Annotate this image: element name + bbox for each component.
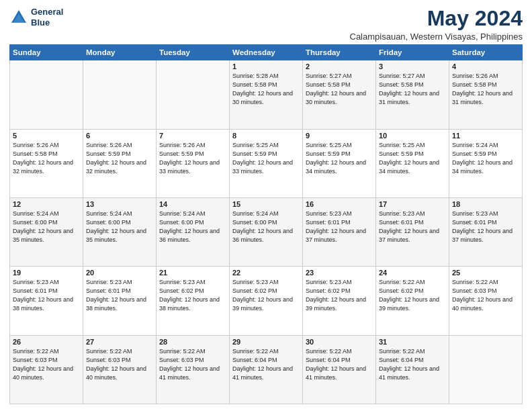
day-number: 25 — [452, 269, 519, 277]
calendar-week-row: 12Sunrise: 5:24 AM Sunset: 6:00 PM Dayli… — [10, 197, 523, 266]
calendar-week-row: 1Sunrise: 5:28 AM Sunset: 5:58 PM Daylig… — [10, 60, 523, 129]
col-saturday: Saturday — [449, 45, 523, 60]
day-number: 2 — [306, 62, 373, 71]
calendar-week-row: 26Sunrise: 5:22 AM Sunset: 6:03 PM Dayli… — [10, 335, 523, 404]
title-month: May 2024 — [350, 7, 523, 30]
table-row — [10, 60, 83, 129]
day-number: 14 — [159, 200, 226, 208]
table-row — [83, 60, 157, 129]
cell-info: Sunrise: 5:22 AM Sunset: 6:04 PM Dayligh… — [232, 347, 300, 382]
cell-info: Sunrise: 5:25 AM Sunset: 5:59 PM Dayligh… — [306, 141, 373, 176]
cell-info: Sunrise: 5:24 AM Sunset: 5:59 PM Dayligh… — [452, 141, 519, 176]
cell-info: Sunrise: 5:27 AM Sunset: 5:58 PM Dayligh… — [306, 72, 373, 107]
table-row: 23Sunrise: 5:23 AM Sunset: 6:02 PM Dayli… — [303, 267, 376, 335]
day-number: 9 — [306, 132, 373, 140]
day-number: 12 — [13, 200, 80, 208]
day-number: 17 — [379, 200, 446, 208]
day-number: 16 — [306, 200, 373, 208]
day-number: 3 — [379, 62, 446, 71]
day-number: 28 — [159, 338, 226, 346]
day-number: 30 — [306, 338, 373, 346]
day-number: 24 — [379, 269, 446, 277]
table-row: 21Sunrise: 5:23 AM Sunset: 6:02 PM Dayli… — [157, 267, 230, 335]
table-row: 29Sunrise: 5:22 AM Sunset: 6:04 PM Dayli… — [230, 335, 303, 404]
day-number: 27 — [86, 338, 153, 346]
calendar-header-row: Sunday Monday Tuesday Wednesday Thursday… — [10, 45, 523, 60]
table-row: 18Sunrise: 5:23 AM Sunset: 6:01 PM Dayli… — [449, 197, 523, 266]
calendar-week-row: 5Sunrise: 5:26 AM Sunset: 5:58 PM Daylig… — [10, 129, 523, 197]
day-number: 22 — [232, 269, 300, 277]
logo: General Blue — [9, 7, 63, 28]
table-row: 31Sunrise: 5:22 AM Sunset: 6:04 PM Dayli… — [376, 335, 449, 404]
col-sunday: Sunday — [10, 45, 83, 60]
table-row: 1Sunrise: 5:28 AM Sunset: 5:58 PM Daylig… — [230, 60, 303, 129]
day-number: 23 — [306, 269, 373, 277]
day-number: 5 — [13, 132, 80, 140]
table-row: 2Sunrise: 5:27 AM Sunset: 5:58 PM Daylig… — [303, 60, 376, 129]
cell-info: Sunrise: 5:22 AM Sunset: 6:04 PM Dayligh… — [379, 347, 446, 382]
cell-info: Sunrise: 5:22 AM Sunset: 6:03 PM Dayligh… — [159, 347, 226, 382]
table-row: 19Sunrise: 5:23 AM Sunset: 6:01 PM Dayli… — [10, 267, 83, 335]
table-row: 24Sunrise: 5:22 AM Sunset: 6:02 PM Dayli… — [376, 267, 449, 335]
table-row: 25Sunrise: 5:22 AM Sunset: 6:03 PM Dayli… — [449, 267, 523, 335]
col-thursday: Thursday — [303, 45, 376, 60]
table-row: 9Sunrise: 5:25 AM Sunset: 5:59 PM Daylig… — [303, 129, 376, 197]
day-number: 13 — [86, 200, 153, 208]
title-location: Calampisauan, Western Visayas, Philippin… — [350, 32, 523, 42]
table-row: 8Sunrise: 5:25 AM Sunset: 5:59 PM Daylig… — [230, 129, 303, 197]
day-number: 8 — [232, 132, 300, 140]
day-number: 20 — [86, 269, 153, 277]
table-row: 30Sunrise: 5:22 AM Sunset: 6:04 PM Dayli… — [303, 335, 376, 404]
day-number: 21 — [159, 269, 226, 277]
table-row: 28Sunrise: 5:22 AM Sunset: 6:03 PM Dayli… — [157, 335, 230, 404]
cell-info: Sunrise: 5:23 AM Sunset: 6:01 PM Dayligh… — [306, 210, 373, 244]
table-row: 26Sunrise: 5:22 AM Sunset: 6:03 PM Dayli… — [10, 335, 83, 404]
day-number: 7 — [159, 132, 226, 140]
page: General Blue May 2024 Calampisauan, West… — [0, 0, 532, 411]
table-row: 3Sunrise: 5:27 AM Sunset: 5:58 PM Daylig… — [376, 60, 449, 129]
day-number: 6 — [86, 132, 153, 140]
calendar-body: 1Sunrise: 5:28 AM Sunset: 5:58 PM Daylig… — [10, 60, 523, 404]
table-row: 27Sunrise: 5:22 AM Sunset: 6:03 PM Dayli… — [83, 335, 157, 404]
cell-info: Sunrise: 5:24 AM Sunset: 6:00 PM Dayligh… — [159, 210, 226, 244]
cell-info: Sunrise: 5:26 AM Sunset: 5:58 PM Dayligh… — [13, 141, 80, 176]
calendar-table: Sunday Monday Tuesday Wednesday Thursday… — [9, 44, 523, 404]
table-row: 20Sunrise: 5:23 AM Sunset: 6:01 PM Dayli… — [83, 267, 157, 335]
table-row: 15Sunrise: 5:24 AM Sunset: 6:00 PM Dayli… — [230, 197, 303, 266]
table-row: 7Sunrise: 5:26 AM Sunset: 5:59 PM Daylig… — [157, 129, 230, 197]
logo-icon — [9, 8, 28, 27]
cell-info: Sunrise: 5:23 AM Sunset: 6:01 PM Dayligh… — [86, 278, 153, 313]
cell-info: Sunrise: 5:24 AM Sunset: 6:00 PM Dayligh… — [232, 210, 300, 244]
cell-info: Sunrise: 5:28 AM Sunset: 5:58 PM Dayligh… — [232, 72, 300, 107]
table-row: 13Sunrise: 5:24 AM Sunset: 6:00 PM Dayli… — [83, 197, 157, 266]
day-number: 31 — [379, 338, 446, 346]
cell-info: Sunrise: 5:27 AM Sunset: 5:58 PM Dayligh… — [379, 72, 446, 107]
cell-info: Sunrise: 5:24 AM Sunset: 6:00 PM Dayligh… — [86, 210, 153, 244]
col-friday: Friday — [376, 45, 449, 60]
col-monday: Monday — [83, 45, 157, 60]
day-number: 18 — [452, 200, 519, 208]
table-row — [157, 60, 230, 129]
day-number: 15 — [232, 200, 300, 208]
table-row: 14Sunrise: 5:24 AM Sunset: 6:00 PM Dayli… — [157, 197, 230, 266]
day-number: 26 — [13, 338, 80, 346]
cell-info: Sunrise: 5:23 AM Sunset: 6:02 PM Dayligh… — [159, 278, 226, 313]
cell-info: Sunrise: 5:26 AM Sunset: 5:58 PM Dayligh… — [452, 72, 519, 107]
day-number: 4 — [452, 62, 519, 71]
table-row: 5Sunrise: 5:26 AM Sunset: 5:58 PM Daylig… — [10, 129, 83, 197]
table-row: 10Sunrise: 5:25 AM Sunset: 5:59 PM Dayli… — [376, 129, 449, 197]
header: General Blue May 2024 Calampisauan, West… — [9, 7, 523, 42]
cell-info: Sunrise: 5:26 AM Sunset: 5:59 PM Dayligh… — [86, 141, 153, 176]
day-number: 19 — [13, 269, 80, 277]
col-tuesday: Tuesday — [157, 45, 230, 60]
cell-info: Sunrise: 5:22 AM Sunset: 6:02 PM Dayligh… — [379, 278, 446, 313]
table-row: 12Sunrise: 5:24 AM Sunset: 6:00 PM Dayli… — [10, 197, 83, 266]
cell-info: Sunrise: 5:23 AM Sunset: 6:01 PM Dayligh… — [452, 210, 519, 244]
cell-info: Sunrise: 5:23 AM Sunset: 6:02 PM Dayligh… — [232, 278, 300, 313]
title-block: May 2024 Calampisauan, Western Visayas, … — [350, 7, 523, 42]
cell-info: Sunrise: 5:25 AM Sunset: 5:59 PM Dayligh… — [379, 141, 446, 176]
cell-info: Sunrise: 5:23 AM Sunset: 6:02 PM Dayligh… — [306, 278, 373, 313]
table-row: 11Sunrise: 5:24 AM Sunset: 5:59 PM Dayli… — [449, 129, 523, 197]
cell-info: Sunrise: 5:24 AM Sunset: 6:00 PM Dayligh… — [13, 210, 80, 244]
cell-info: Sunrise: 5:22 AM Sunset: 6:03 PM Dayligh… — [13, 347, 80, 382]
